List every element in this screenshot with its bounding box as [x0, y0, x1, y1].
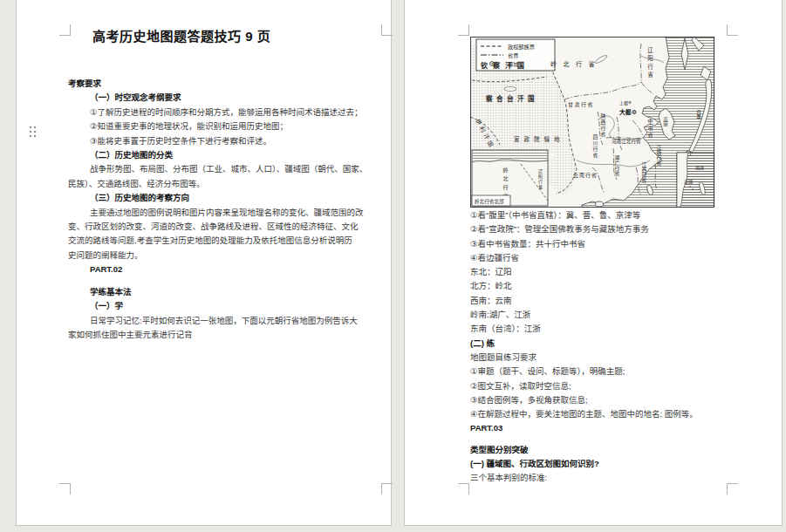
chagatai-khanate-label: 察合台汗国 — [486, 94, 538, 103]
legend-label-province-boundary: 省界 — [508, 52, 518, 59]
hainan-island — [596, 201, 604, 207]
text-line: 考察要求 — [68, 77, 389, 91]
text-line: 民族）、交通路线图、经济分布图等。 — [68, 177, 389, 191]
text-line: ③看中书省数量：共十行中书省 — [470, 237, 777, 251]
text-line: ③结合图例等，多视角获取信息; — [470, 393, 777, 407]
legend-label-regime-boundary: 政权部族界 — [508, 44, 535, 51]
liaoyang-province-label: 辽阳行省 — [647, 47, 653, 80]
inset-title-label: 岭北行省北部 — [475, 198, 504, 205]
text-line: 变、行政区划的改变、河道的改变、战争路线及进程、区域性的经济特征、文化 — [68, 220, 389, 234]
text-line: 地图题目练习要求 — [470, 351, 777, 365]
margin-crop-mark — [381, 483, 393, 494]
margin-crop-mark — [458, 24, 469, 36]
document-page-1[interactable]: 高考历史地图题答题技巧 9 页 考察要求 （一）时空观念考纲要求 ①了解历史进程… — [16, 0, 392, 526]
text-line: 类型图分别突破 — [470, 443, 777, 457]
text-line: ③能将史事置于历史时空条件下进行考察和评述。 — [68, 134, 389, 148]
document-viewer-canvas: 高考历史地图题答题技巧 9 页 考察要求 （一）时空观念考纲要求 ①了解历史进程… — [0, 0, 786, 532]
text-line: 战争形势图、布局图、分布图（工业、城市、人口）、疆域图（朝代、国家、 — [68, 162, 389, 176]
text-line: (二) 练 — [470, 337, 777, 351]
huguang-province-label: 湖广行省 — [614, 154, 619, 176]
shaanxi-province-label: 陕西行省 — [600, 113, 605, 137]
penghu-label: 澎湖 — [684, 179, 693, 185]
text-line: ④在解题过程中，要关注地图的主题、地图中的地名; 图例等。 — [470, 407, 777, 421]
jiangzhe-province-label: 江浙行省 — [656, 145, 661, 167]
zhongshu-province-label: 中书省 — [647, 118, 653, 140]
text-line: ②知道重要史事的地理状况，能识别和运用历史地图； — [68, 119, 389, 133]
dadu-capital-label: 大都 — [619, 108, 632, 116]
jiangxi-province-label: 江西行省 — [641, 162, 646, 184]
text-line: ②图文互补，读取时空信息; — [470, 379, 777, 393]
map-figure: 岭北行省 辽阳行省 岭北行省北部 澎湖 琉球 — [470, 37, 714, 208]
liuqiu-label: 琉球 — [695, 165, 704, 171]
text-line: （一）学 — [68, 299, 389, 313]
text-line: 岭南:湖广、江浙 — [470, 308, 777, 322]
inset-lingbei-north: 岭北行省 辽阳行省 岭北行省北部 — [472, 150, 548, 206]
text-line: （二）历史地图的分类 — [68, 148, 389, 162]
text-line: 日常学习记忆:平时如何去识记一张地图，下面以元朝行省地图为例告诉大 — [68, 314, 389, 328]
page-2-body: ①看“腹里”（中书省直辖）：冀、晋、鲁、京津等 ②看“宣政院”：管理全国佛教事务… — [470, 208, 777, 486]
blank-line — [470, 436, 777, 443]
text-line: 东北：辽阳 — [470, 265, 777, 279]
blank-line — [68, 277, 389, 285]
text-line: 主要通过地图的图例说明和图片内容来呈现地理名称的变化、疆域范围的改 — [68, 206, 389, 220]
text-line: ①审题（题干、设问、标题等），明确主题; — [470, 365, 777, 379]
text-line: 北方：岭北 — [470, 279, 777, 293]
text-line: PART.02 — [68, 263, 389, 276]
inset-liaoyang-label: 辽阳行省 — [537, 168, 543, 190]
text-line: 家如何抓住图中主要元素进行记背 — [68, 328, 389, 342]
margin-crop-mark — [59, 24, 71, 36]
margin-crop-mark — [727, 24, 738, 36]
gaoli-label: 高丽 — [663, 116, 668, 128]
text-line: ①了解历史进程的时间顺序和分期方式，能够运用各种时间术语描述过去； — [68, 106, 389, 119]
shangdu-label: 上都 — [619, 100, 628, 106]
yuan-dynasty-province-map: 岭北行省 辽阳行省 岭北行省北部 澎湖 琉球 — [470, 37, 714, 208]
text-line: （一）时空观念考纲要求 — [68, 91, 389, 105]
xuanzhengyuan-label: 宣政院辖地 — [514, 135, 564, 143]
page-1-body: 考察要求 （一）时空观念考纲要求 ①了解历史进程的时间顺序和分期方式，能够运用各… — [68, 77, 389, 342]
text-line: 交流的路线等问题,考查学生对历史地图的处理能力及依托地图信息分析说明历 — [68, 234, 389, 248]
qincha-khanate-label: 钦察汗国 — [481, 61, 530, 70]
japan-label: 日本 — [696, 110, 701, 121]
lingbei-province-label: 岭北行省 — [550, 60, 601, 68]
text-line: ②看“宣政院”：管理全国佛教事务与藏族地方事务 — [470, 222, 777, 236]
text-line: （三）历史地图的考察方向 — [68, 191, 389, 205]
text-line: (一) 疆域图、行政区划图如何识别? — [470, 457, 777, 471]
text-line: 西南：云南 — [470, 294, 777, 308]
text-line: PART.03 — [470, 421, 777, 435]
page-title: 高考历史地图题答题技巧 9 页 — [92, 26, 270, 44]
text-line: 学练基本法 — [68, 285, 389, 299]
text-line: ④看边疆行省 — [470, 251, 777, 265]
margin-crop-mark — [59, 483, 71, 494]
margin-crop-mark — [458, 483, 469, 494]
sichuan-province-label: 四川行省 — [592, 134, 598, 159]
text-line: 史问题的阐释能力。 — [68, 249, 389, 263]
text-line: ①看“腹里”（中书省直辖）：冀、晋、鲁、京津等 — [470, 208, 777, 222]
gansu-province-label: 甘肃行省 — [568, 101, 594, 108]
inset-taiwan-strait: 澎湖 琉球 — [677, 153, 714, 208]
drag-handle[interactable] — [30, 126, 36, 137]
yunnan-province-label: 云南行省 — [573, 172, 598, 179]
document-page-2[interactable]: 岭北行省 辽阳行省 岭北行省北部 澎湖 琉球 — [404, 0, 783, 526]
margin-crop-mark — [381, 24, 393, 36]
henan-jiangbei-province-label: 河南江北行省 — [612, 138, 641, 145]
text-line: 东南（台湾）：江浙 — [470, 322, 777, 336]
margin-crop-mark — [727, 483, 738, 494]
